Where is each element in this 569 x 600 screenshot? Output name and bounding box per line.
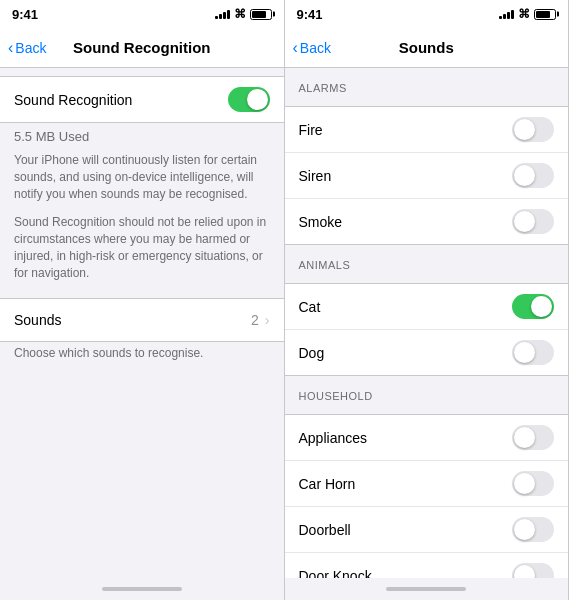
item-label-doorbell: Doorbell [299,522,351,538]
status-icons-right: ⌘ [499,7,556,21]
right-panel: 9:41 ⌘ ‹ Back Sounds ALARMSFireSirenSmok… [285,0,570,600]
sounds-label: Sounds [14,312,61,328]
description-block-1: Your iPhone will continuously listen for… [0,144,284,206]
toggle-fire[interactable] [512,117,554,142]
chevron-left-icon-right: ‹ [293,39,298,57]
back-button-right[interactable]: ‹ Back [293,39,331,57]
toggle-cat[interactable] [512,294,554,319]
description-text-2: Sound Recognition should not be relied u… [14,214,270,281]
description-block-2: Sound Recognition should not be relied u… [0,206,284,285]
battery-icon-right [534,9,556,20]
list-item: Siren [285,153,569,199]
sound-recognition-section: Sound Recognition [0,76,284,123]
back-label-left: Back [15,40,46,56]
sounds-count: 2 [251,312,259,328]
sounds-row[interactable]: Sounds 2 › [0,299,284,341]
battery-icon [250,9,272,20]
chevron-left-icon: ‹ [8,39,13,57]
wifi-icon: ⌘ [234,7,246,21]
list-item: Cat [285,284,569,330]
left-panel: 9:41 ⌘ ‹ Back Sound Recognition Sound R [0,0,285,600]
list-item: Car Horn [285,461,569,507]
storage-text: 5.5 MB Used [0,123,284,144]
section-animals: CatDog [285,283,569,376]
toggle-door-knock[interactable] [512,563,554,578]
sounds-row-right: 2 › [251,312,269,328]
list-item: Appliances [285,415,569,461]
section-label-alarms: ALARMS [285,68,569,98]
content-right: ALARMSFireSirenSmokeANIMALSCatDogHOUSEHO… [285,68,569,578]
sound-recognition-toggle[interactable] [228,87,270,112]
toggle-smoke[interactable] [512,209,554,234]
description-text-1: Your iPhone will continuously listen for… [14,152,270,202]
list-item: Door Knock [285,553,569,578]
back-button-left[interactable]: ‹ Back [8,39,46,57]
home-indicator-right [285,578,569,600]
section-alarms: FireSirenSmoke [285,106,569,245]
signal-icon [215,9,230,19]
list-item: Fire [285,107,569,153]
toggle-doorbell[interactable] [512,517,554,542]
time-right: 9:41 [297,7,323,22]
list-item: Dog [285,330,569,375]
sounds-hint: Choose which sounds to recognise. [0,342,284,366]
nav-bar-right: ‹ Back Sounds [285,28,569,68]
item-label-door-knock: Door Knock [299,568,372,579]
list-item: Doorbell [285,507,569,553]
status-icons-left: ⌘ [215,7,272,21]
nav-title-left: Sound Recognition [73,39,210,56]
nav-bar-left: ‹ Back Sound Recognition [0,28,284,68]
status-bar-right: 9:41 ⌘ [285,0,569,28]
wifi-icon-right: ⌘ [518,7,530,21]
signal-icon-right [499,9,514,19]
item-label-car-horn: Car Horn [299,476,356,492]
section-household: AppliancesCar HornDoorbellDoor KnockWate… [285,414,569,578]
status-bar-left: 9:41 ⌘ [0,0,284,28]
item-label-siren: Siren [299,168,332,184]
item-label-cat: Cat [299,299,321,315]
section-label-household: HOUSEHOLD [285,376,569,406]
sound-recognition-label: Sound Recognition [14,92,132,108]
sound-recognition-row: Sound Recognition [0,77,284,122]
item-label-fire: Fire [299,122,323,138]
section-label-animals: ANIMALS [285,245,569,275]
content-left: Sound Recognition 5.5 MB Used Your iPhon… [0,68,284,578]
item-label-smoke: Smoke [299,214,343,230]
nav-title-right: Sounds [399,39,454,56]
toggle-siren[interactable] [512,163,554,188]
item-label-appliances: Appliances [299,430,368,446]
sounds-section: Sounds 2 › [0,298,284,342]
toggle-dog[interactable] [512,340,554,365]
toggle-appliances[interactable] [512,425,554,450]
home-indicator-left [0,578,284,600]
item-label-dog: Dog [299,345,325,361]
toggle-car-horn[interactable] [512,471,554,496]
chevron-right-icon: › [265,312,270,328]
list-item: Smoke [285,199,569,244]
time-left: 9:41 [12,7,38,22]
back-label-right: Back [300,40,331,56]
